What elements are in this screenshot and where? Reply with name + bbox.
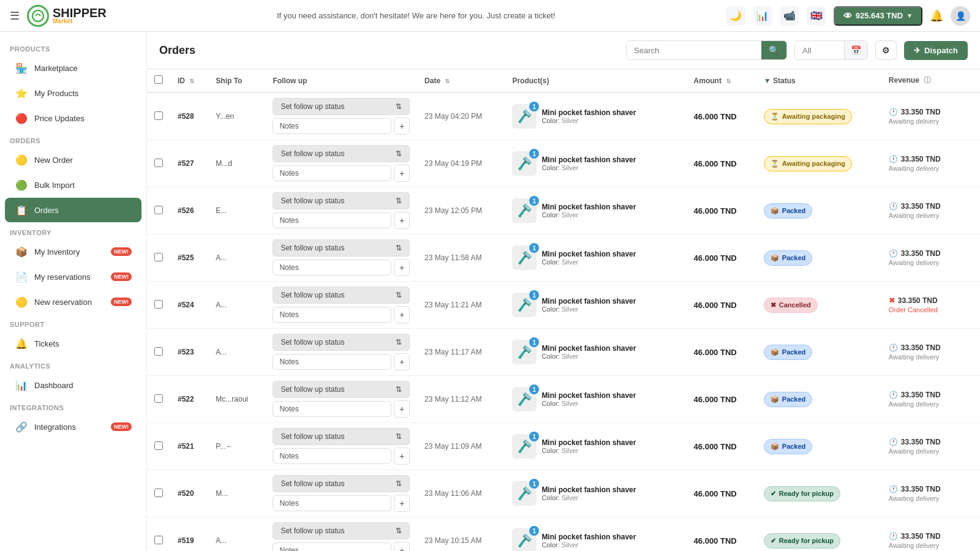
sidebar-item-new-order[interactable]: 🟡 New Order xyxy=(5,148,141,172)
filter-options-button[interactable]: ⚙ xyxy=(875,40,897,60)
product-color: Color: Silver xyxy=(541,258,636,266)
notes-add-button[interactable]: + xyxy=(394,259,410,276)
order-id: #528 xyxy=(178,112,194,121)
delivery-status: Awaiting delivery xyxy=(889,259,955,266)
col-followup: Follow up xyxy=(265,69,417,92)
row-checkbox[interactable] xyxy=(154,394,163,403)
order-id-cell: #522 xyxy=(170,376,208,423)
notes-button[interactable]: Notes xyxy=(273,354,391,370)
notes-button[interactable]: Notes xyxy=(273,165,391,181)
row-checkbox[interactable] xyxy=(154,159,163,167)
notes-button[interactable]: Notes xyxy=(273,212,391,228)
filter-input[interactable] xyxy=(795,42,844,59)
notes-button[interactable]: Notes xyxy=(273,401,391,417)
set-followup-button[interactable]: Set follow up status ⇅ xyxy=(273,192,410,209)
sidebar-item-my-inventory[interactable]: 📦 My Inventory NEW! xyxy=(5,239,141,264)
sidebar-item-new-reservation[interactable]: 🟡 New reservation NEW! xyxy=(5,290,141,314)
avatar[interactable]: 👤 xyxy=(951,6,970,26)
new-order-label: New Order xyxy=(34,156,73,165)
order-id-cell: #521 xyxy=(170,423,208,470)
notes-button[interactable]: Notes xyxy=(273,260,391,276)
product-cell: 🪒 1 Mini pocket fashion shaver Color: Si… xyxy=(505,92,686,140)
product-color: Color: Silver xyxy=(541,353,636,360)
order-date: 23 May 11:17 AM xyxy=(424,348,481,356)
notes-button[interactable]: Notes xyxy=(273,448,391,464)
video-icon[interactable]: 📹 xyxy=(780,6,799,26)
sidebar-item-marketplace[interactable]: 🏪 Marketplace xyxy=(5,56,141,80)
extra-cell xyxy=(962,140,980,187)
set-followup-button[interactable]: Set follow up status ⇅ xyxy=(273,475,410,492)
row-checkbox[interactable] xyxy=(154,441,163,450)
row-checkbox-cell xyxy=(147,423,170,470)
row-checkbox[interactable] xyxy=(154,206,163,214)
notes-add-button[interactable]: + xyxy=(394,495,410,512)
sidebar-item-orders[interactable]: 📋 Orders xyxy=(5,198,141,222)
set-followup-button[interactable]: Set follow up status ⇅ xyxy=(273,428,410,445)
sidebar-section-inventory: Inventory xyxy=(0,223,146,239)
notes-button[interactable]: Notes xyxy=(273,118,391,134)
order-id: #523 xyxy=(178,348,194,356)
row-checkbox[interactable] xyxy=(154,489,163,497)
notes-add-button[interactable]: + xyxy=(394,353,410,370)
notes-add-button[interactable]: + xyxy=(394,306,410,323)
set-followup-button[interactable]: Set follow up status ⇅ xyxy=(273,334,410,351)
clock-icon: 🕐 xyxy=(889,249,898,258)
filter-lines-icon: ⇅ xyxy=(396,432,402,441)
notes-add-button[interactable]: + xyxy=(394,542,410,551)
set-followup-button[interactable]: Set follow up status ⇅ xyxy=(273,239,410,257)
notes-add-button[interactable]: + xyxy=(394,212,410,229)
followup-cell: Set follow up status ⇅ Notes + xyxy=(265,140,417,187)
notes-button[interactable]: Notes xyxy=(273,542,391,551)
product-count-badge: 1 xyxy=(529,432,539,441)
set-followup-button[interactable]: Set follow up status ⇅ xyxy=(273,381,410,398)
amount-cell: 46.000 TND xyxy=(687,234,756,282)
product-thumbnail: 🪒 1 xyxy=(512,340,537,364)
select-all-checkbox[interactable] xyxy=(154,75,163,84)
menu-toggle[interactable]: ☰ xyxy=(10,9,20,23)
row-checkbox[interactable] xyxy=(154,111,163,120)
order-amount: 46.000 TND xyxy=(694,395,737,404)
sidebar-item-integrations[interactable]: 🔗 Integrations NEW! xyxy=(5,414,141,439)
filter-lines-icon: ⇅ xyxy=(396,385,402,394)
ship-to: A... xyxy=(216,301,227,309)
calendar-icon[interactable]: 📅 xyxy=(844,41,867,59)
notes-add-button[interactable]: + xyxy=(394,448,410,465)
product-thumbnail: 🪒 1 xyxy=(512,104,537,129)
product-count-badge: 1 xyxy=(529,102,539,111)
ship-to-cell: Y...en xyxy=(208,92,265,140)
sidebar-item-tickets[interactable]: 🔔 Tickets xyxy=(5,331,141,356)
set-followup-button[interactable]: Set follow up status ⇅ xyxy=(273,145,410,162)
sidebar-item-my-products[interactable]: ⭐ My Products xyxy=(5,81,141,105)
filter-lines-icon: ⇅ xyxy=(396,149,402,158)
followup-cell: Set follow up status ⇅ Notes + xyxy=(265,329,417,376)
sidebar-item-bulk-import[interactable]: 🟢 Bulk Import xyxy=(5,173,141,197)
spreadsheet-icon[interactable]: 📊 xyxy=(753,6,772,26)
notification-icon[interactable]: 🔔 xyxy=(930,9,943,23)
revenue-cell: 🕐 33.350 TND Awaiting delivery xyxy=(881,470,962,517)
set-followup-button[interactable]: Set follow up status ⇅ xyxy=(273,522,410,539)
notes-add-button[interactable]: + xyxy=(394,165,410,182)
revenue-cell: 🕐 33.350 TND Awaiting delivery xyxy=(881,423,962,470)
followup-label: Set follow up status xyxy=(281,338,344,347)
notes-button[interactable]: Notes xyxy=(273,307,391,323)
sidebar-item-dashboard[interactable]: 📊 Dashboard xyxy=(5,373,141,397)
row-checkbox[interactable] xyxy=(154,300,163,309)
row-checkbox[interactable] xyxy=(154,253,163,261)
row-checkbox[interactable] xyxy=(154,536,163,544)
sidebar-item-price-updates[interactable]: 🔴 Price Updates xyxy=(5,106,141,130)
notes-add-button[interactable]: + xyxy=(394,400,410,418)
notes-button[interactable]: Notes xyxy=(273,495,391,511)
sidebar-item-my-reservations[interactable]: 📄 My reservations NEW! xyxy=(5,264,141,289)
balance-button[interactable]: 👁 925.643 TND ▼ xyxy=(834,6,922,26)
flag-icon[interactable]: 🇬🇧 xyxy=(807,6,826,26)
dispatch-button[interactable]: ✈ Dispatch xyxy=(904,41,968,60)
search-button[interactable]: 🔍 xyxy=(761,41,786,59)
row-checkbox[interactable] xyxy=(154,347,163,356)
notes-add-button[interactable]: + xyxy=(394,118,410,135)
order-id-cell: #527 xyxy=(170,140,208,187)
set-followup-button[interactable]: Set follow up status ⇅ xyxy=(273,98,410,115)
delivery-status: Awaiting delivery xyxy=(889,212,955,219)
search-input[interactable] xyxy=(627,42,761,59)
theme-toggle-icon[interactable]: 🌙 xyxy=(726,6,745,26)
set-followup-button[interactable]: Set follow up status ⇅ xyxy=(273,287,410,304)
